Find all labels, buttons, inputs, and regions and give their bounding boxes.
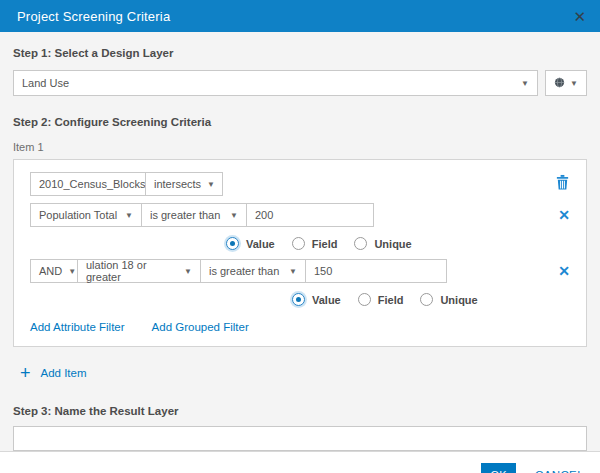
project-screening-dialog: Project Screening Criteria ✕ Step 1: Sel…: [0, 0, 600, 473]
attribute-filter-row-2: AND ▼ ulation 18 or greater ▼ is greater…: [30, 259, 570, 283]
layer-options-button[interactable]: ▼: [545, 70, 587, 96]
cancel-button[interactable]: CANCEL: [535, 469, 584, 473]
filter1-radio-field[interactable]: Field: [292, 237, 338, 250]
filter2-radio-value[interactable]: Value: [292, 293, 341, 306]
filter2-operator-value: is greater than: [209, 265, 279, 277]
chevron-down-icon: ▼: [119, 211, 133, 220]
chevron-down-icon: ▼: [283, 267, 297, 276]
item-label: Item 1: [13, 141, 587, 153]
radio-icon[interactable]: [292, 237, 305, 250]
close-icon: ✕: [558, 264, 570, 278]
attribute-filter-row-1: Population Total ▼ is greater than ▼ ✕: [30, 203, 570, 227]
filter2-field-select[interactable]: ulation 18 or greater ▼: [77, 259, 201, 283]
filter1-radio-unique[interactable]: Unique: [354, 237, 411, 250]
remove-filter1-button[interactable]: ✕: [558, 208, 570, 222]
radio-selected-icon[interactable]: [226, 237, 239, 250]
filter2-conjunction-value: AND: [39, 265, 62, 277]
filter1-operator-select[interactable]: is greater than ▼: [141, 203, 247, 227]
radio-label: Value: [246, 238, 275, 250]
spatial-operator-select[interactable]: intersects ▼: [145, 172, 223, 196]
filter2-field-value: ulation 18 or greater: [86, 259, 178, 283]
filter2-radio-field[interactable]: Field: [358, 293, 404, 306]
close-icon[interactable]: ✕: [573, 9, 586, 24]
filter2-conjunction-select[interactable]: AND ▼: [30, 259, 78, 283]
ok-button[interactable]: OK: [481, 463, 516, 473]
chevron-down-icon: ▼: [178, 267, 192, 276]
radio-icon[interactable]: [358, 293, 371, 306]
radio-icon[interactable]: [420, 293, 433, 306]
filter1-field-value: Population Total: [39, 209, 117, 221]
spatial-operator-value: intersects: [154, 178, 201, 190]
trash-icon: [555, 174, 570, 194]
chevron-down-icon: ▼: [570, 79, 578, 88]
step1-row: Land Use ▼ ▼: [13, 70, 587, 96]
criteria-layer-value: 2010_Census_Blocks: [39, 178, 145, 190]
add-item-button[interactable]: + Add Item: [20, 364, 587, 382]
criteria-layer-select[interactable]: 2010_Census_Blocks ▼: [30, 172, 146, 196]
design-layer-value: Land Use: [22, 77, 69, 89]
step2-label: Step 2: Configure Screening Criteria: [13, 116, 587, 128]
radio-label: Unique: [374, 238, 411, 250]
filter1-value-input[interactable]: [246, 203, 374, 227]
radio-label: Value: [312, 294, 341, 306]
close-icon: ✕: [558, 208, 570, 222]
chevron-down-icon: ▼: [515, 79, 529, 88]
step1-label: Step 1: Select a Design Layer: [13, 47, 587, 59]
radio-label: Unique: [440, 294, 477, 306]
dialog-header: Project Screening Criteria ✕: [0, 0, 600, 32]
filter2-operator-select[interactable]: is greater than ▼: [200, 259, 306, 283]
filter1-field-select[interactable]: Population Total ▼: [30, 203, 142, 227]
radio-icon[interactable]: [354, 237, 367, 250]
chevron-down-icon: ▼: [201, 180, 215, 189]
radio-label: Field: [378, 294, 404, 306]
dialog-title: Project Screening Criteria: [17, 9, 170, 24]
filter2-radio-unique[interactable]: Unique: [420, 293, 477, 306]
dialog-body: Step 1: Select a Design Layer Land Use ▼…: [0, 32, 600, 451]
filter-links-row: Add Attribute Filter Add Grouped Filter: [30, 321, 570, 333]
filter2-radio-group: Value Field Unique: [292, 293, 570, 306]
plus-icon: +: [20, 364, 31, 382]
chevron-down-icon: ▼: [62, 267, 76, 276]
layer-operator-row: 2010_Census_Blocks ▼ intersects ▼: [30, 172, 570, 196]
filter1-operator-value: is greater than: [150, 209, 220, 221]
delete-item-button[interactable]: [555, 174, 570, 194]
add-attribute-filter-link[interactable]: Add Attribute Filter: [30, 321, 125, 333]
remove-filter2-button[interactable]: ✕: [558, 264, 570, 278]
screening-item-panel: 2010_Census_Blocks ▼ intersects ▼: [13, 159, 587, 347]
add-grouped-filter-link[interactable]: Add Grouped Filter: [152, 321, 249, 333]
chevron-down-icon: ▼: [224, 211, 238, 220]
radio-selected-icon[interactable]: [292, 293, 305, 306]
dialog-footer: OK CANCEL: [0, 451, 600, 473]
filter2-value-input[interactable]: [305, 259, 447, 283]
radio-label: Field: [312, 238, 338, 250]
globe-icon: [554, 74, 565, 92]
design-layer-select[interactable]: Land Use ▼: [13, 70, 538, 96]
step3-label: Step 3: Name the Result Layer: [13, 405, 587, 417]
filter1-radio-value[interactable]: Value: [226, 237, 275, 250]
filter1-radio-group: Value Field Unique: [226, 237, 570, 250]
add-item-label: Add Item: [41, 367, 87, 379]
result-layer-name-input[interactable]: [13, 426, 587, 451]
